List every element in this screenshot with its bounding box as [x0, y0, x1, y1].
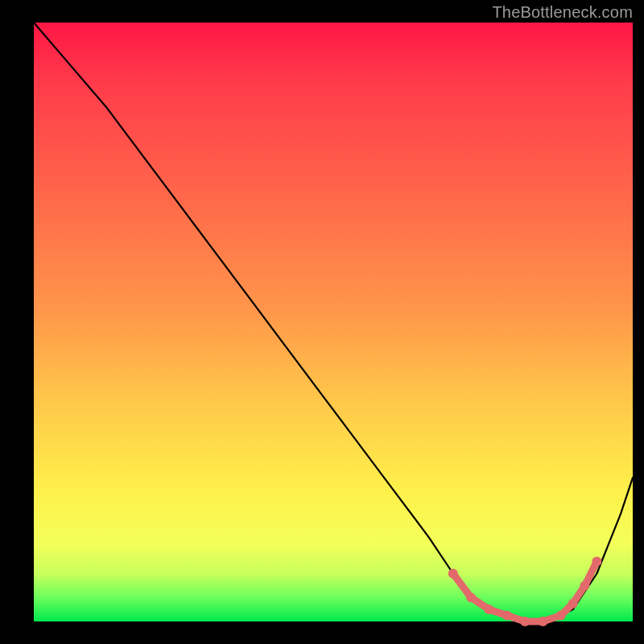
bottleneck-curve [34, 23, 633, 621]
watermark-text: TheBottleneck.com [492, 3, 633, 22]
curve-svg [34, 23, 633, 621]
chart-frame: TheBottleneck.com [0, 0, 644, 644]
optimal-range-line [453, 562, 597, 621]
plot-area [34, 23, 633, 621]
